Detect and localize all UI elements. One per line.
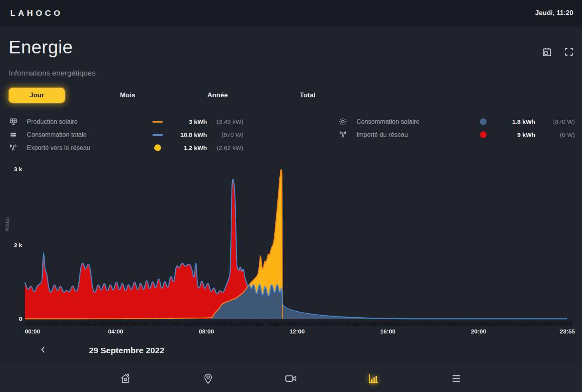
solar-panel-icon xyxy=(9,117,27,126)
tab-total[interactable]: Total xyxy=(291,88,324,103)
legend-value: 10.8 kWh xyxy=(169,131,207,138)
home-icon[interactable] xyxy=(119,372,132,385)
calendar-icon[interactable] xyxy=(541,46,553,58)
title-actions xyxy=(541,46,575,58)
nav-items xyxy=(119,365,463,392)
legend-swatch xyxy=(471,131,495,138)
legend-row-exporte: Exporté vers le réseau 1.2 kWh (2.62 kW) xyxy=(9,141,244,154)
app-root: LAHOCO Jeudi, 11:20 Energie Informations… xyxy=(0,0,582,392)
legend-label: Production solaire xyxy=(27,118,146,125)
legend-swatch xyxy=(146,121,169,123)
equals-icon xyxy=(9,130,27,139)
legend-power: (0 W) xyxy=(535,131,575,138)
legend-power: (870 W) xyxy=(535,118,575,125)
sun-icon xyxy=(338,117,356,126)
yellow-dot-swatch xyxy=(154,144,161,151)
orange-line-swatch xyxy=(152,121,163,123)
camera-icon[interactable] xyxy=(284,372,298,385)
x-tick-label: 23:55 xyxy=(560,328,575,335)
legend-swatch xyxy=(471,118,495,125)
previous-day-button[interactable] xyxy=(36,344,50,357)
chart-icon[interactable] xyxy=(367,372,380,385)
brand-logo: LAHOCO xyxy=(10,8,63,18)
legend-label: Exporté vers le réseau xyxy=(27,144,146,151)
page-subtitle: Informations energétiques xyxy=(9,69,96,78)
y-tick-label: 0 xyxy=(19,315,22,322)
legend-left: Production solaire 3 kWh (3.49 kW) Conso… xyxy=(9,115,244,154)
chart-area: 00:0004:0008:0012:0016:0020:0023:5502 k3… xyxy=(0,164,582,340)
legend-value: 3 kWh xyxy=(169,118,207,125)
y-tick-label: 2 k xyxy=(14,242,23,248)
legend-value: 1.8 kWh xyxy=(495,118,535,125)
legend-power: (2.62 kW) xyxy=(207,144,243,151)
page-title: Energie xyxy=(9,36,73,58)
red-dot-swatch xyxy=(480,131,487,138)
legend-swatch xyxy=(146,144,169,151)
blue-line-swatch xyxy=(152,134,163,136)
legend-value: 1.2 kWh xyxy=(169,144,207,151)
legend-row-importe: Importé du réseau 9 kWh (0 W) xyxy=(338,128,576,141)
current-date: 29 Septembre 2022 xyxy=(59,346,194,355)
antenna-icon xyxy=(338,130,356,139)
x-tick-label: 20:00 xyxy=(471,328,486,335)
legend-label: Consommation totale xyxy=(27,131,146,138)
tab-mois[interactable]: Mois xyxy=(111,88,144,103)
legend-label: Consommation solaire xyxy=(356,118,471,125)
x-tick-label: 04:00 xyxy=(108,328,123,335)
import-area xyxy=(25,179,567,319)
x-tick-label: 08:00 xyxy=(199,328,214,335)
legend-row-production: Production solaire 3 kWh (3.49 kW) xyxy=(9,115,244,128)
date-time: Jeudi, 11:20 xyxy=(535,9,573,17)
x-tick-label: 12:00 xyxy=(290,328,305,335)
top-bar: LAHOCO Jeudi, 11:20 xyxy=(0,0,582,27)
period-tabs: Jour Mois Année Total xyxy=(0,88,582,104)
x-tick-label: 00:00 xyxy=(25,328,40,335)
tab-annee[interactable]: Année xyxy=(200,88,235,103)
antenna-icon xyxy=(9,143,27,152)
energy-chart: 00:0004:0008:0012:0016:0020:0023:5502 k3… xyxy=(0,164,582,340)
legend-value: 9 kWh xyxy=(495,131,535,138)
x-tick-label: 16:00 xyxy=(380,328,395,335)
y-tick-label: 3 k xyxy=(14,166,23,172)
legend-power: (870 W) xyxy=(207,131,243,138)
menu-icon[interactable] xyxy=(449,372,463,385)
steel-dot-swatch xyxy=(480,118,487,125)
legend-row-consommation-solaire: Consommation solaire 1.8 kWh (870 W) xyxy=(338,115,576,128)
legend-row-consommation-totale: Consommation totale 10.8 kWh (870 W) xyxy=(9,128,244,141)
tab-jour[interactable]: Jour xyxy=(9,88,65,103)
fullscreen-icon[interactable] xyxy=(563,46,575,58)
legend-power: (3.49 kW) xyxy=(207,118,243,125)
bottom-navigation xyxy=(0,365,582,392)
legend-label: Importé du réseau xyxy=(356,131,471,138)
legend-right: Consommation solaire 1.8 kWh (870 W) Imp… xyxy=(338,115,576,141)
legend-swatch xyxy=(146,134,169,136)
location-icon[interactable] xyxy=(201,372,215,385)
